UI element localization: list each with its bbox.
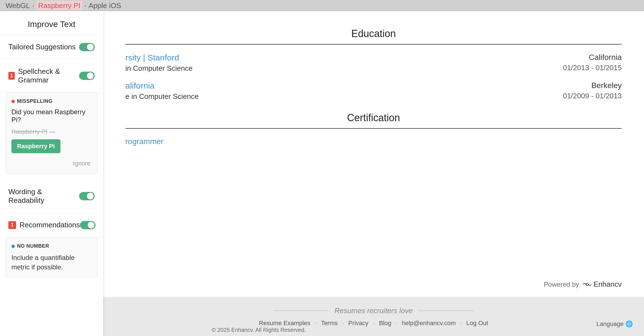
certification-section: Certification rogrammer [125, 112, 622, 146]
spellcheck-badge: 1 [8, 72, 15, 80]
location-1: California [563, 53, 622, 62]
resume-card: Education rsity | Stanford in Computer S… [103, 11, 644, 297]
tailored-suggestions-text: Tailored Suggestions [8, 43, 75, 51]
wording-label: Wording & Readability [8, 188, 79, 205]
misspelling-card: MISSPELLING Did you mean Raspberry Pi? R… [6, 92, 97, 174]
misspelling-dot [11, 100, 15, 103]
tailored-suggestions-label: Tailored Suggestions [8, 43, 75, 51]
wording-row: Wording & Readability [0, 180, 103, 213]
recommendations-toggle[interactable] [80, 221, 96, 229]
tab-webgl[interactable]: WebGL [6, 1, 30, 10]
misspelling-type: MISSPELLING [11, 98, 92, 104]
no-number-dot [11, 245, 15, 248]
tab-bar: WebGL · Raspberry PI · Apple iOS [0, 0, 644, 11]
recommendations-label: 1 Recommendations [8, 221, 80, 229]
powered-by-label: Powered by [544, 281, 579, 288]
tab-apple-ios[interactable]: Apple iOS [89, 1, 121, 10]
footer-link-email[interactable]: help@enhancv.com [402, 320, 456, 327]
no-number-text: Include a quantifiable metric if possibl… [11, 253, 92, 272]
footer-links: Resume Examples · Terms · Privacy · Blog… [259, 320, 488, 327]
location-2: Berkeley [563, 81, 622, 90]
footer-tagline: Resumes recruiters love [273, 306, 474, 315]
misspelling-type-label: MISSPELLING [17, 98, 53, 104]
ignore-button[interactable]: Ignore [72, 159, 92, 168]
powered-by: Powered by Enhancv [544, 280, 622, 289]
no-number-card: NO NUMBER Include a quantifiable metric … [6, 237, 97, 277]
spellcheck-toggle[interactable] [79, 72, 95, 80]
footer-area: Resumes recruiters love Resume Examples … [103, 297, 644, 336]
spellcheck-text: Spellcheck & Grammar [18, 67, 79, 84]
dates-1: 01/2013 - 01/2015 [563, 64, 622, 72]
tab-raspberry-pi[interactable]: Raspberry PI [36, 1, 82, 11]
edu-entry-2: alifornia e in Computer Science Berkeley… [125, 81, 622, 101]
dates-2: 01/2009 - 01/2013 [563, 92, 622, 100]
certification-section-title: Certification [125, 112, 622, 129]
left-panel: Improve Text Tailored Suggestions 1 Spel… [0, 11, 103, 336]
enhancv-logo: Enhancv [582, 280, 622, 289]
degree-1: in Computer Science [125, 64, 192, 73]
panel-title: Improve Text [8, 20, 95, 29]
tailored-suggestions-toggle[interactable] [79, 43, 95, 51]
footer-copyright: © 2025 Enhancv. All Rights Reserved. [206, 327, 306, 333]
cert-entry: rogrammer [125, 137, 622, 146]
arrow-icon: → [49, 129, 55, 135]
tab-separator-1: · [32, 1, 34, 10]
footer-link-blog[interactable]: Blog [379, 320, 391, 327]
wording-toggle[interactable] [79, 192, 95, 200]
school-name-1: rsity | Stanford [125, 53, 192, 62]
wording-text: Wording & Readability [8, 188, 79, 205]
edu-entry-1: rsity | Stanford in Computer Science Cal… [125, 53, 622, 73]
education-section-title: Education [125, 28, 622, 45]
accept-suggestion-button[interactable]: Raspberry Pi [11, 139, 60, 153]
footer-link-privacy[interactable]: Privacy [348, 320, 368, 327]
misspelling-original: Raspberry PI → [11, 128, 92, 135]
spellcheck-label: 1 Spellcheck & Grammar [8, 67, 79, 84]
panel-header: Improve Text [0, 11, 103, 35]
school-name-2: alifornia [125, 81, 199, 91]
spellcheck-row: 1 Spellcheck & Grammar [0, 59, 103, 92]
degree-2: e in Computer Science [125, 92, 199, 101]
tailored-suggestions-row: Tailored Suggestions [0, 35, 103, 59]
no-number-type-label: NO NUMBER [17, 243, 49, 249]
misspelling-question: Did you mean Raspberry Pi? [11, 108, 92, 124]
footer-language[interactable]: Language 🌐 [596, 320, 633, 328]
tab-separator-2: · [84, 1, 86, 10]
no-number-type: NO NUMBER [11, 243, 92, 249]
recommendations-row: 1 Recommendations [0, 213, 103, 237]
recommendations-badge: 1 [8, 221, 16, 229]
brand-name: Enhancv [594, 280, 622, 289]
footer-link-terms[interactable]: Terms [321, 320, 338, 327]
footer-link-resume-examples[interactable]: Resume Examples [259, 320, 311, 327]
recommendations-text: Recommendations [19, 221, 80, 229]
footer-link-logout[interactable]: Log Out [466, 320, 488, 327]
